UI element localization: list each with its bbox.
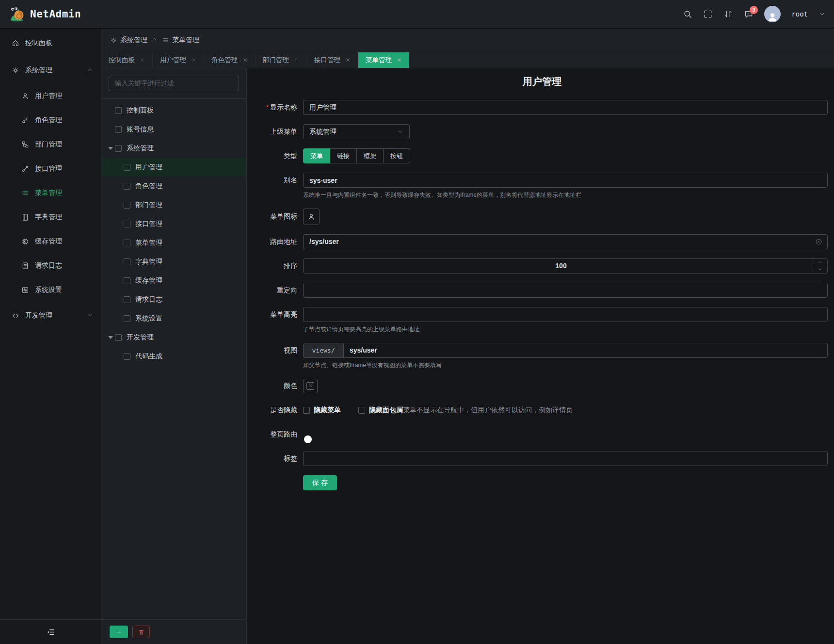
redirect-input[interactable]	[303, 283, 828, 298]
tab-departments[interactable]: 部门管理	[256, 52, 307, 68]
checkbox[interactable]	[115, 145, 122, 152]
search-icon[interactable]	[683, 9, 692, 19]
tree-item[interactable]: 控制面板	[101, 101, 246, 120]
field-label-sort: 排序	[257, 258, 303, 274]
checkbox[interactable]	[124, 353, 130, 360]
tree-item[interactable]: 缓存管理	[101, 271, 246, 290]
tab-roles[interactable]: 角色管理	[204, 52, 256, 68]
tab-dashboard[interactable]: 控制面板	[101, 52, 153, 68]
type-option-iframe[interactable]: 框架	[356, 148, 384, 163]
avatar[interactable]	[764, 6, 781, 22]
increment-button[interactable]	[813, 259, 827, 266]
tab-menus[interactable]: 菜单管理	[358, 52, 410, 68]
alias-input[interactable]: sys-user	[303, 173, 828, 188]
sidebar-item-dashboard[interactable]: 控制面板	[0, 30, 101, 57]
chevron-down-icon[interactable]	[818, 11, 825, 17]
tab-users[interactable]: 用户管理	[153, 52, 204, 68]
close-icon[interactable]	[140, 57, 145, 64]
tree-item[interactable]: 菜单管理	[101, 233, 246, 252]
close-icon[interactable]	[191, 57, 196, 64]
checkbox[interactable]	[303, 407, 310, 414]
sidebar-item-cache[interactable]: 缓存管理	[0, 229, 101, 254]
display-name-input[interactable]: 用户管理	[303, 100, 828, 115]
checkbox[interactable]	[124, 315, 130, 322]
tree-item[interactable]: 接口管理	[101, 214, 246, 233]
field-label-alias: 别名	[257, 173, 303, 199]
swap-arrows-icon[interactable]	[723, 9, 733, 19]
checkbox[interactable]	[124, 183, 130, 190]
tree-item[interactable]: 账号信息	[101, 120, 246, 139]
sidebar-item-apis[interactable]: 接口管理	[0, 157, 101, 181]
type-option-link[interactable]: 链接	[330, 148, 357, 163]
tree-item[interactable]: 代码生成	[101, 347, 246, 366]
view-input[interactable]: views/ sys/user	[303, 343, 828, 358]
tree-item[interactable]: 开发管理	[101, 328, 246, 347]
fullscreen-icon[interactable]	[703, 9, 713, 19]
route-input[interactable]: /sys/user	[303, 234, 828, 249]
chevron-right-icon	[152, 36, 158, 44]
sidebar-item-users[interactable]: 用户管理	[0, 84, 101, 108]
tree-item[interactable]: 请求日志	[101, 290, 246, 309]
color-picker-button[interactable]	[303, 379, 318, 393]
tree-item[interactable]: 系统设置	[101, 309, 246, 328]
close-icon[interactable]	[397, 57, 402, 64]
tree-filter-input[interactable]: 输入关键字进行过滤	[109, 76, 239, 91]
sort-number-input[interactable]: 100	[303, 258, 828, 274]
field-label-redirect: 重定向	[257, 283, 303, 298]
field-label-full-page: 整页路由	[257, 427, 303, 442]
sidebar-item-roles[interactable]: 角色管理	[0, 108, 101, 132]
parent-menu-select[interactable]: 系统管理	[303, 124, 410, 139]
checkbox[interactable]	[124, 277, 130, 284]
hide-breadcrumb-checkbox-group[interactable]: 隐藏面包屑	[358, 406, 403, 415]
close-icon[interactable]	[294, 57, 299, 64]
sidebar-item-label: 字典管理	[35, 213, 93, 222]
checkbox[interactable]	[358, 407, 365, 414]
decrement-button[interactable]	[813, 266, 827, 273]
sidebar-item-dictionaries[interactable]: 字典管理	[0, 205, 101, 229]
checkbox[interactable]	[124, 240, 130, 246]
checkbox[interactable]	[124, 164, 130, 171]
checkbox[interactable]	[124, 221, 130, 227]
sidebar-item-system[interactable]: 系统管理	[0, 57, 101, 84]
checkbox[interactable]	[124, 296, 130, 303]
tree-item[interactable]: 系统管理	[101, 139, 246, 158]
caret-down-icon[interactable]	[106, 147, 115, 150]
checkbox[interactable]	[115, 126, 122, 133]
tab-label: 菜单管理	[366, 56, 392, 64]
form-title: 用户管理	[257, 75, 828, 88]
save-button[interactable]: 保 存	[303, 475, 337, 490]
tree-item[interactable]: 角色管理	[101, 177, 246, 195]
caret-down-icon[interactable]	[106, 336, 115, 339]
breadcrumb-item-system[interactable]: 系统管理	[110, 36, 147, 45]
type-option-menu[interactable]: 菜单	[303, 148, 330, 163]
tags-input[interactable]	[303, 451, 828, 466]
tree-item-selected[interactable]: 用户管理	[101, 158, 246, 177]
sidebar-item-departments[interactable]: 部门管理	[0, 132, 101, 157]
menu-icon-picker-button[interactable]	[303, 209, 320, 225]
collapse-sidebar-icon[interactable]	[46, 628, 55, 637]
sidebar-item-settings[interactable]: 系统设置	[0, 278, 101, 302]
tab-apis[interactable]: 接口管理	[307, 52, 358, 68]
clear-icon[interactable]	[815, 238, 822, 245]
sidebar-item-request-logs[interactable]: 请求日志	[0, 254, 101, 278]
hide-menu-checkbox-group[interactable]: 隐藏菜单	[303, 406, 341, 415]
chat-bubble-icon[interactable]: 3	[744, 9, 754, 19]
checkbox[interactable]	[115, 107, 122, 114]
sidebar-item-dev[interactable]: 开发管理	[0, 302, 101, 329]
tab-label: 控制面板	[109, 56, 135, 64]
type-option-button[interactable]: 按钮	[383, 148, 410, 163]
add-menu-button[interactable]	[110, 626, 128, 638]
highlight-input[interactable]	[303, 307, 828, 322]
trash-icon	[138, 629, 144, 635]
checkbox[interactable]	[115, 334, 122, 341]
delete-menu-button[interactable]	[132, 626, 150, 638]
sidebar-item-menus[interactable]: 菜单管理	[0, 181, 101, 205]
username-label[interactable]: root	[791, 10, 808, 18]
checkbox[interactable]	[124, 202, 130, 209]
tree-item[interactable]: 部门管理	[101, 195, 246, 214]
tree-item[interactable]: 字典管理	[101, 252, 246, 271]
close-icon[interactable]	[345, 57, 351, 64]
breadcrumb-item-menus[interactable]: 菜单管理	[162, 36, 199, 45]
checkbox[interactable]	[124, 258, 130, 265]
close-icon[interactable]	[242, 57, 248, 64]
